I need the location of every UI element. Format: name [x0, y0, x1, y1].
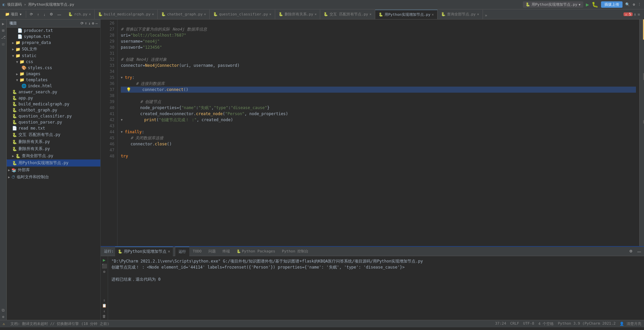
run-scroll-btn[interactable]: ↓: [103, 309, 105, 313]
tree-item-query-nodes[interactable]: ▶ 🐍 查询全部节点.py: [7, 152, 100, 159]
tree-item-css[interactable]: ▼ 📁 css: [7, 59, 100, 65]
tree-icon-gear[interactable]: ⚙: [92, 21, 94, 26]
tree-item-chatbot[interactable]: 🐍 chatbot_graph.py: [7, 107, 100, 113]
tree-item-question-cls[interactable]: 🐍 question_classifier.py: [7, 113, 100, 119]
status-python[interactable]: Python 3.9 (PyCharm 2021.2: [558, 321, 615, 326]
tree-item-producer[interactable]: 📄 producer.txt: [7, 28, 100, 34]
tree-item-static[interactable]: ▼ 📁 static: [7, 53, 100, 59]
tab-close[interactable]: ×: [477, 12, 479, 16]
bottom-tab-terminal[interactable]: 终端: [219, 247, 233, 256]
tree-item-ext-lib[interactable]: ▶ 📚 外部库: [7, 167, 100, 174]
icon-terminal[interactable]: ⊞: [1, 28, 5, 34]
bottom-tab-python-console[interactable]: Python 控制台: [279, 247, 312, 256]
more-tabs-icon[interactable]: ≡: [638, 12, 640, 17]
status-position[interactable]: 37:24: [495, 321, 506, 326]
fold-arrow[interactable]: ▼: [121, 75, 125, 81]
bottom-tab-problems[interactable]: 问题: [205, 247, 219, 256]
tree-settings-btn[interactable]: ⚙: [48, 11, 55, 17]
tab-query-nodes[interactable]: 🐍 查询全部节点.py ×: [438, 10, 483, 19]
run-tab-close[interactable]: ×: [168, 249, 170, 254]
line-num: 46: [101, 141, 114, 147]
line-num: 35: [101, 75, 114, 81]
project-label-btn[interactable]: 📁 项目 ▼: [3, 11, 24, 18]
run-btn[interactable]: ▶: [586, 1, 589, 8]
tree-item-prepare-data[interactable]: ▶ 📁 prepare_data: [7, 40, 100, 46]
bottom-tab-todo[interactable]: TODO: [189, 247, 205, 256]
tree-item-styles[interactable]: 🎨 styles.css: [7, 65, 100, 71]
py-tab-icon: 🐍: [68, 12, 73, 16]
status-charset[interactable]: UTF-8: [523, 321, 534, 326]
tree-item-templates[interactable]: ▼ 📁 templates: [7, 77, 100, 83]
run-trash-btn[interactable]: 🗑: [102, 314, 106, 319]
expand-icon[interactable]: ∧: [634, 12, 636, 17]
search-btn[interactable]: 🔍: [625, 2, 630, 7]
file-label: 用Python实现增加节点.py: [18, 160, 68, 166]
tree-item-images[interactable]: ▶ 📁 images: [7, 71, 100, 77]
run-copy-btn[interactable]: 📋: [102, 303, 107, 308]
tree-item-question-par[interactable]: 🐍 question_parser.py: [7, 119, 100, 125]
tree-item-match-nodes[interactable]: 🐍 交互 匹配所有节点.py: [7, 131, 100, 138]
tab-close[interactable]: ×: [204, 12, 206, 16]
tree-icon-sync[interactable]: ⟳: [81, 21, 84, 26]
run-tools-btn[interactable]: ⚙: [103, 270, 105, 274]
tab-rch[interactable]: 🐍 rch.py ×: [65, 10, 95, 19]
tab-close[interactable]: ×: [369, 12, 371, 16]
tree-item-temp[interactable]: ▶ ⏱ 临时文件和控制台: [7, 174, 100, 181]
icon-bottom2[interactable]: ⊗: [1, 314, 5, 320]
status-crlf[interactable]: CRLF: [510, 321, 519, 326]
icon-bottom1[interactable]: ⧉: [1, 307, 5, 313]
debug-btn[interactable]: 🐛: [592, 1, 598, 8]
fold-arrow[interactable]: ▼: [121, 129, 125, 135]
status-indent[interactable]: 4 个空格: [538, 321, 554, 326]
tree-header-left: 项目: [9, 21, 17, 26]
nav-down-btn[interactable]: ↓: [42, 11, 47, 17]
tree-item-symptom[interactable]: 📄 symptom.txt: [7, 34, 100, 40]
tree-close-btn[interactable]: —: [56, 11, 63, 17]
tree-item-build-medical[interactable]: 🐍 build_medicalgraph.py: [7, 101, 100, 107]
terminal-output: "D:\PyCharm 2021.2.1\venv\Scripts\python…: [108, 256, 644, 320]
sync-btn[interactable]: ⟳: [28, 11, 35, 17]
run-play-btn[interactable]: ▶: [103, 257, 106, 263]
tab-close[interactable]: ×: [314, 12, 316, 16]
bottom-tab-run[interactable]: 运行: [175, 247, 189, 256]
run-sort-btn[interactable]: ⇕: [103, 298, 105, 302]
tab-question-cls[interactable]: 🐍 question_classifier.py ×: [210, 10, 275, 19]
tree-item-del-all[interactable]: 🐍 删除所有关系.py: [7, 145, 100, 152]
tree-item-index-html[interactable]: 🌐 index.html: [7, 83, 100, 89]
tree-item-readme[interactable]: 📄 read me.txt: [7, 125, 100, 131]
tab-build-medical[interactable]: 🐍 build_medicalgraph.py ×: [95, 10, 158, 19]
code-editor[interactable]: # 替换以下变量为你的实际 Neo4j 数据库信息 uri = "bolt://…: [117, 19, 639, 246]
tab-del-relations[interactable]: 🐍 删除所有关系.py ×: [275, 10, 320, 19]
tree-item-sql[interactable]: ▶ 📁 SQL文件: [7, 46, 100, 53]
tree-item-add-node[interactable]: 🐍 用Python实现增加节点.py: [7, 159, 100, 167]
tab-add-node[interactable]: 🐍 用Python实现增加节点.py ×: [375, 10, 438, 19]
run-config-btn[interactable]: 🐍 用Python实现增加节点.py ▼: [523, 1, 583, 8]
tree-icon-close[interactable]: —: [95, 21, 98, 26]
tree-icon-down[interactable]: ↓: [88, 21, 91, 26]
icon-todo[interactable]: ☑: [1, 41, 5, 47]
tab-close[interactable]: ×: [152, 12, 154, 16]
tab-chatbot[interactable]: 🐍 chatbot_graph.py ×: [158, 10, 210, 19]
close-run-panel-btn[interactable]: —: [636, 248, 643, 254]
tab-close[interactable]: ×: [432, 13, 434, 16]
settings-run-btn[interactable]: ⚙: [628, 248, 634, 254]
tab-match-nodes[interactable]: 🐍 交互 匹配所有节点.py ×: [320, 10, 375, 19]
icon-git[interactable]: ⎇: [0, 34, 6, 40]
icon-run[interactable]: ▶: [1, 21, 5, 27]
more-btn[interactable]: ⋮: [638, 2, 641, 7]
tab-close[interactable]: ×: [269, 12, 271, 16]
code-keyword: finally: [125, 129, 142, 135]
tree-item-del-rel[interactable]: 🐍 删除所有关系.py: [7, 138, 100, 145]
tree-icon-up[interactable]: ↑: [85, 21, 87, 26]
fold-arrow[interactable]: ▼: [121, 117, 125, 123]
nav-up-btn[interactable]: ↑: [36, 11, 41, 17]
run-stop-btn[interactable]: ⬛: [102, 264, 107, 269]
tree-item-answer-search[interactable]: 🐍 answer_search.py: [7, 89, 100, 95]
upload-btn[interactable]: 插拔上传: [601, 1, 623, 8]
tree-item-app[interactable]: 🐍 app.py: [7, 95, 100, 101]
tab-close[interactable]: ×: [89, 12, 91, 16]
settings-btn[interactable]: ⚙: [633, 2, 635, 7]
run-file-tab[interactable]: 🐍 用Python实现增加节点 ×: [115, 247, 173, 256]
tab-overflow-btn[interactable]: »: [483, 12, 489, 19]
bottom-tab-python-packages[interactable]: 🐍 Python Packages: [233, 247, 279, 256]
